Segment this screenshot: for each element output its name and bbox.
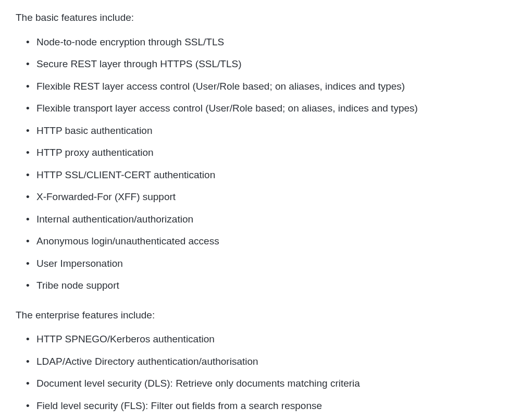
list-item: Tribe node support	[36, 278, 505, 293]
list-item: Flexible REST layer access control (User…	[36, 79, 505, 94]
list-item: Document level security (DLS): Retrieve …	[36, 376, 505, 391]
list-item: Field level security (FLS): Filter out f…	[36, 399, 505, 414]
list-item: LDAP/Active Directory authentication/aut…	[36, 354, 505, 369]
list-item: Anonymous login/unauthenticated access	[36, 234, 505, 249]
list-item: HTTP SPNEGO/Kerberos authentication	[36, 332, 505, 347]
list-item: X-Forwarded-For (XFF) support	[36, 190, 505, 205]
list-item: Flexible transport layer access control …	[36, 101, 505, 116]
list-item: User Impersonation	[36, 256, 505, 271]
enterprise-features-list: HTTP SPNEGO/Kerberos authentication LDAP…	[16, 332, 505, 420]
enterprise-features-intro: The enterprise features include:	[16, 308, 505, 323]
list-item: HTTP basic authentication	[36, 123, 505, 139]
basic-features-list: Node-to-node encryption through SSL/TLS …	[16, 35, 505, 293]
document-content: The basic features include: Node-to-node…	[16, 10, 505, 420]
list-item: Secure REST layer through HTTPS (SSL/TLS…	[36, 57, 505, 72]
basic-features-intro: The basic features include:	[16, 10, 505, 26]
list-item: Node-to-node encryption through SSL/TLS	[36, 35, 505, 50]
list-item: HTTP proxy authentication	[36, 145, 505, 160]
list-item: Internal authentication/authorization	[36, 212, 505, 227]
list-item: HTTP SSL/CLIENT-CERT authentication	[36, 168, 505, 183]
